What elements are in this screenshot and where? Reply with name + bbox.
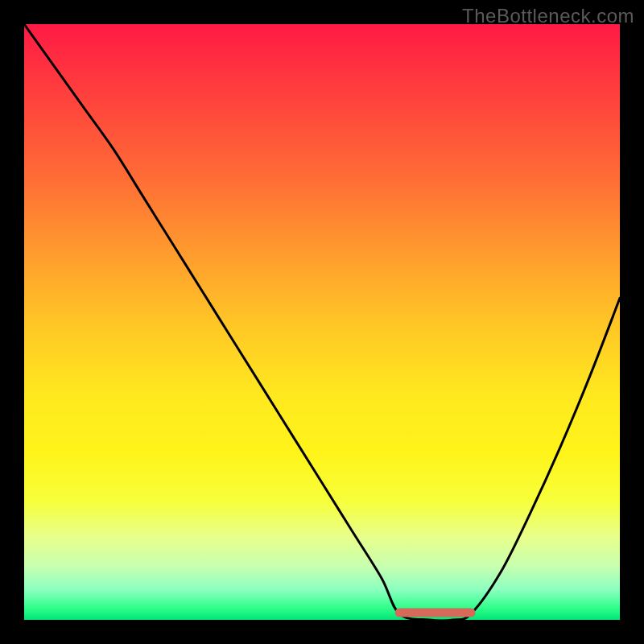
curve-layer [24, 24, 620, 620]
plot-area [24, 24, 620, 620]
bottleneck-curve [24, 24, 620, 620]
chart-frame: TheBottleneck.com [0, 0, 644, 644]
watermark-text: TheBottleneck.com [462, 5, 634, 27]
